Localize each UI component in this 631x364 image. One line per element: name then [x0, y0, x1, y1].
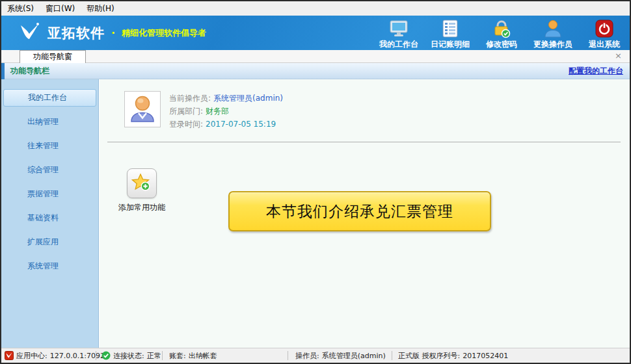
license-label: 正式版 授权序列号:: [398, 351, 460, 361]
lesson-banner: 本节我们介绍承兑汇票管理: [228, 191, 491, 231]
operator-status: 操作员: 系统管理员(admin): [295, 348, 386, 363]
menu-item-system[interactable]: 系统(S): [1, 1, 40, 16]
app-header: 亚拓软件 · 精细化管理软件倡导者 我的工作台: [1, 16, 630, 50]
sidebar-item-bill-management[interactable]: 票据管理: [1, 182, 98, 206]
monitor-icon: [389, 19, 409, 38]
lesson-banner-text: 本节我们介绍承兑汇票管理: [266, 202, 453, 222]
application-window: 系统(S) 窗口(W) 帮助(H) 亚拓软件 · 精细化管理软件倡导者: [0, 0, 631, 364]
tab-function-navigator[interactable]: 功能导航窗: [20, 50, 86, 63]
department-row: 所属部门: 财务部: [169, 105, 283, 118]
app-center-value: 127.0.0.1:7092: [50, 352, 105, 360]
department-label: 所属部门:: [169, 106, 203, 117]
header-toolbar: 我的工作台 日记账明细: [377, 19, 626, 50]
login-time-label: 登录时间:: [169, 119, 203, 130]
toolbar-my-workbench-button[interactable]: 我的工作台: [377, 19, 420, 50]
connection-value: 正常: [147, 351, 161, 361]
license-status: 正式版 授权序列号: 2017052401: [398, 348, 508, 363]
toolbar-label: 我的工作台: [379, 39, 418, 50]
sidebar-item-extended-apps[interactable]: 扩展应用: [1, 230, 98, 254]
sidebar-item-cashier-management[interactable]: 出纳管理: [1, 110, 98, 134]
close-icon[interactable]: ×: [615, 51, 622, 60]
status-bar: 应用中心: 127.0.0.1:7092 连接状态: 正常 账套: 出纳帐套 操…: [1, 348, 630, 363]
avatar: [124, 91, 161, 127]
login-time-value: 2017-07-05 15:19: [206, 120, 276, 129]
configure-workbench-link[interactable]: 配置我的工作台: [569, 66, 623, 77]
connection-status: 连接状态: 正常: [101, 348, 161, 363]
status-separator: [96, 351, 96, 360]
account-set-label: 账套:: [169, 351, 186, 361]
add-favorite-button[interactable]: [127, 168, 157, 198]
panel-title: 功能导航栏: [10, 66, 49, 77]
brand-slogan: 精细化管理软件倡导者: [122, 27, 206, 39]
menu-bar: 系统(S) 窗口(W) 帮助(H): [1, 1, 630, 16]
toolbar-label: 修改密码: [486, 39, 517, 50]
license-serial: 2017052401: [463, 352, 508, 360]
current-operator-value: 系统管理员(admin): [213, 93, 283, 104]
connection-label: 连接状态:: [113, 351, 144, 361]
main-content: 当前操作员: 系统管理员(admin) 所属部门: 财务部 登录时间: 2017…: [100, 79, 630, 348]
toolbar-label: 更换操作员: [533, 39, 572, 50]
operator-info-panel: 当前操作员: 系统管理员(admin) 所属部门: 财务部 登录时间: 2017…: [124, 91, 283, 131]
yatuo-logo-icon: [18, 21, 42, 44]
current-operator-label: 当前操作员:: [169, 93, 211, 104]
section-divider: [107, 142, 621, 142]
brand-separator: ·: [111, 27, 115, 39]
power-icon: [595, 19, 614, 38]
account-set-status: 账套: 出纳帐套: [169, 348, 217, 363]
content-header: 功能导航栏 配置我的工作台: [1, 63, 630, 79]
toolbar-label: 日记账明细: [431, 39, 470, 50]
department-value: 财务部: [206, 106, 229, 117]
operator-status-label: 操作员:: [295, 351, 319, 361]
connection-ok-icon: [101, 351, 111, 360]
toolbar-journal-detail-button[interactable]: 日记账明细: [429, 19, 472, 50]
add-favorite-label: 添加常用功能: [107, 202, 176, 213]
app-center-label: 应用中心:: [16, 351, 47, 361]
menu-item-window[interactable]: 窗口(W): [40, 1, 81, 16]
operator-status-value: 系统管理员(admin): [322, 351, 386, 361]
sidebar-item-comprehensive-management[interactable]: 综合管理: [1, 158, 98, 182]
brand-area: 亚拓软件 · 精细化管理软件倡导者: [18, 21, 206, 44]
lock-icon: [492, 19, 511, 38]
status-separator: [392, 351, 392, 360]
account-set-value: 出纳帐套: [189, 351, 217, 361]
journal-icon: [440, 19, 460, 38]
toolbar-switch-operator-button[interactable]: 更换操作员: [531, 19, 574, 50]
accent-bar: [1, 63, 5, 79]
star-plus-icon: [131, 172, 152, 195]
sidebar-item-system-management[interactable]: 系统管理: [1, 254, 98, 278]
tab-strip: 功能导航窗 ×: [1, 50, 630, 63]
current-operator-row: 当前操作员: 系统管理员(admin): [169, 92, 283, 105]
sidebar-item-basic-data[interactable]: 基础资料: [1, 206, 98, 230]
sidebar-navigation: 我的工作台 出纳管理 往来管理 综合管理 票据管理 基础资料 扩展应用 系统管理: [1, 79, 99, 348]
toolbar-label: 退出系统: [589, 39, 620, 50]
sidebar-item-current-accounts[interactable]: 往来管理: [1, 134, 98, 158]
app-center-logo-icon: [5, 351, 14, 360]
toolbar-exit-system-button[interactable]: 退出系统: [583, 19, 626, 50]
login-time-row: 登录时间: 2017-07-05 15:19: [169, 118, 283, 131]
menu-item-help[interactable]: 帮助(H): [81, 1, 120, 16]
user-icon: [543, 19, 563, 38]
sidebar-item-my-workbench[interactable]: 我的工作台: [3, 89, 96, 107]
toolbar-change-password-button[interactable]: 修改密码: [480, 19, 523, 50]
operator-info-rows: 当前操作员: 系统管理员(admin) 所属部门: 财务部 登录时间: 2017…: [169, 91, 283, 131]
status-separator: [288, 351, 288, 360]
brand-name: 亚拓软件: [47, 24, 105, 42]
status-separator: [162, 351, 163, 360]
app-center-status: 应用中心: 127.0.0.1:7092: [5, 348, 105, 363]
